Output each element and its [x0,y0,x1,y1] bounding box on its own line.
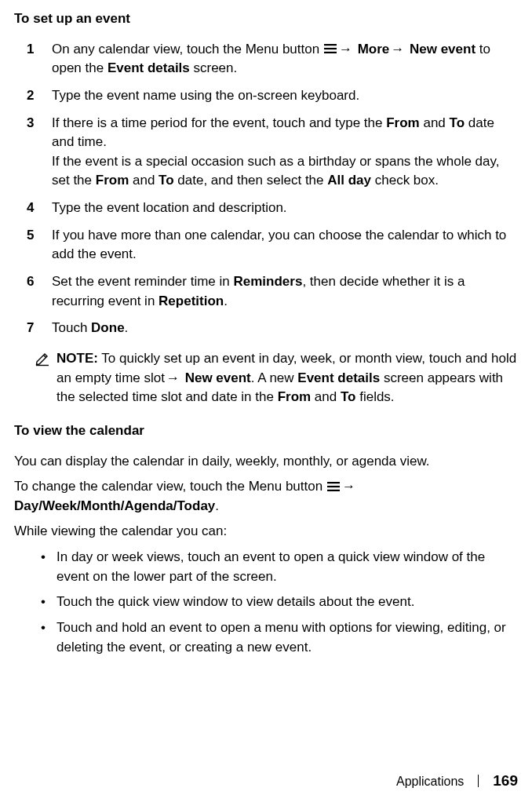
step-text: On any calendar view, touch the Menu but… [52,42,323,57]
list-item: Touch and hold an event to open a menu w… [41,618,518,657]
svg-rect-6 [327,486,340,487]
list-item: In day or week views, touch an event to … [41,548,518,586]
svg-rect-5 [327,482,340,483]
footer-separator [478,775,479,787]
note-block: NOTE: To quickly set up an event in day,… [35,349,518,407]
step-number: 2 [27,86,34,106]
note-text: NOTE: To quickly set up an event in day,… [56,349,518,407]
step-3: 3 If there is a time period for the even… [38,114,518,191]
arrow-icon: → [337,42,358,57]
bold-to: To [450,115,465,130]
note-body: fields. [355,389,394,404]
bold-all-day: All day [327,173,371,188]
bold-reminders: Reminders [234,274,303,289]
paragraph: While viewing the calendar you can: [14,522,518,542]
step-7: 7 Touch Done. [38,319,518,338]
step-text: Touch [52,320,91,335]
paragraph-text: To change the calendar view, touch the M… [14,479,326,494]
svg-rect-1 [324,48,337,49]
paragraph: To change the calendar view, touch the M… [14,477,518,516]
paragraph: You can display the calendar in daily, w… [14,452,518,472]
pencil-note-icon [35,351,50,373]
page-container: To set up an event 1 On any calendar vie… [0,0,532,806]
step-4: 4 Type the event location and descriptio… [38,199,518,218]
step-number: 3 [27,114,34,133]
bold-new-event: New event [185,370,251,385]
bold-from: From [96,173,129,188]
step-text: check box. [371,173,439,188]
arrow-icon: → [389,42,410,57]
step-text: . [224,294,228,308]
bold-event-details: Event details [297,370,380,385]
note-body: and [311,389,341,404]
svg-rect-0 [324,44,337,46]
bold-more: More [358,42,390,57]
bold-view-options: Day/Week/Month/Agenda/Today [14,498,215,513]
step-5: 5 If you have more than one calendar, yo… [38,226,518,264]
bullet-list: In day or week views, touch an event to … [14,548,518,657]
footer-page-number: 169 [493,770,518,792]
svg-rect-2 [324,52,337,53]
step-1: 1 On any calendar view, touch the Menu b… [38,40,518,78]
bold-from: From [278,389,312,404]
step-text: Set the event reminder time in [52,274,234,289]
step-number: 4 [27,199,34,218]
heading-view-calendar: To view the calendar [14,421,518,441]
bold-new-event: New event [410,42,476,57]
menu-icon [324,44,337,53]
bold-done: Done [91,320,125,335]
step-text: Type the event name using the on-screen … [52,88,359,103]
step-text: . [125,320,129,335]
menu-icon [327,482,340,491]
step-text: Type the event location and description. [52,200,287,215]
step-number: 5 [27,226,34,246]
step-text: and [420,115,450,130]
steps-list: 1 On any calendar view, touch the Menu b… [14,40,518,338]
step-number: 7 [27,319,34,338]
step-text: If there is a time period for the event,… [52,115,386,130]
step-6: 6 Set the event reminder time in Reminde… [38,272,518,311]
note-body: . A new [251,370,298,385]
heading-setup-event: To set up an event [14,9,518,29]
arrow-icon: → [341,479,357,494]
list-item: Touch the quick view window to view deta… [41,593,518,612]
bold-event-details: Event details [107,60,190,75]
bold-from: From [386,115,420,130]
step-2: 2 Type the event name using the on-scree… [38,86,518,106]
step-text: date, and then select the [174,173,328,188]
step-number: 6 [27,272,34,292]
paragraph-text: . [215,498,219,513]
bold-to: To [341,389,356,404]
bold-repetition: Repetition [159,294,224,308]
footer-section: Applications [396,772,464,790]
page-footer: Applications 169 [396,770,518,792]
step-number: 1 [27,40,34,60]
svg-rect-7 [327,489,340,491]
bold-to: To [159,173,174,188]
step-text: If you have more than one calendar, you … [52,228,506,262]
note-label: NOTE: [56,351,98,366]
step-text: and [129,173,159,188]
arrow-icon: → [165,370,185,385]
step-text: screen. [190,60,237,75]
